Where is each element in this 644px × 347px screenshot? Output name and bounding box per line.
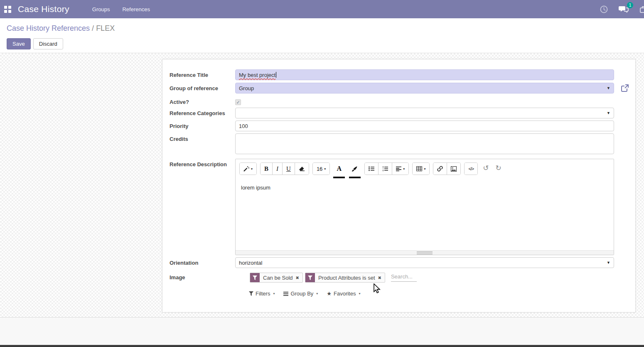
search-bar: Can be Sold ✖ Product Attributes is set … <box>250 273 614 283</box>
apps-menu-icon[interactable] <box>4 6 11 13</box>
insert-link-button[interactable] <box>433 163 447 175</box>
search-facet[interactable]: Can be Sold ✖ <box>250 273 303 283</box>
eraser-button[interactable] <box>295 163 309 175</box>
group-by-label: Group By <box>290 290 313 297</box>
form-card: Reference Title My best project Group of… <box>162 59 636 313</box>
grip-icon <box>417 251 433 254</box>
breadcrumb: Case History References / FLEX <box>7 24 637 33</box>
partial-edge-icon[interactable] <box>639 5 644 13</box>
ordered-list-button[interactable] <box>378 163 392 175</box>
save-button[interactable]: Save <box>7 38 31 49</box>
nav-item-groups[interactable]: Groups <box>92 6 110 12</box>
chevron-down-icon: ▼ <box>607 111 610 115</box>
group-of-reference-value: Group <box>239 85 254 91</box>
page-footer <box>0 317 644 345</box>
editor-toolbar: ▾ B I U 16 <box>236 159 614 179</box>
caret-down-icon: ▾ <box>273 292 275 295</box>
facet-label: Product Attributes is set <box>318 275 375 281</box>
code-view-button[interactable]: </> <box>465 163 477 175</box>
search-menus: Filters ▾ Group By ▾ ★ Favorites ▾ <box>249 290 614 297</box>
reference-categories-label: Reference Categories <box>170 108 235 117</box>
page-header: Case History References / FLEX Save Disc… <box>0 18 644 53</box>
highlight-color-button[interactable] <box>348 162 361 175</box>
credits-label: Credits <box>170 133 235 143</box>
reference-categories-select[interactable]: ▼ <box>235 108 614 118</box>
caret-down-icon: ▾ <box>403 167 405 171</box>
breadcrumb-separator: / <box>92 24 96 32</box>
font-size-value: 16 <box>317 166 322 172</box>
activity-clock-icon[interactable] <box>600 5 608 13</box>
image-label: Image <box>170 272 235 281</box>
message-count-badge: 1 <box>627 2 633 8</box>
orientation-select[interactable]: horizontal ▼ <box>235 257 614 268</box>
chevron-down-icon: ▼ <box>607 86 610 90</box>
insert-image-button[interactable] <box>447 163 460 175</box>
priority-input[interactable] <box>235 121 614 131</box>
credits-textarea[interactable] <box>235 133 614 154</box>
reference-title-label: Reference Title <box>170 69 235 79</box>
table-button[interactable]: ▾ <box>413 163 429 175</box>
caret-down-icon: ▾ <box>424 167 425 171</box>
caret-down-icon: ▾ <box>324 167 326 171</box>
text-cursor <box>276 72 276 78</box>
messages-icon[interactable]: 1 <box>619 5 629 13</box>
bold-button[interactable]: B <box>261 163 272 175</box>
editor-resize-handle[interactable] <box>236 250 614 255</box>
content-area: Reference Title My best project Group of… <box>0 53 644 317</box>
orientation-value: horizontal <box>239 260 262 266</box>
search-facet[interactable]: Product Attributes is set ✖ <box>305 273 385 283</box>
group-by-menu-button[interactable]: Group By ▾ <box>283 290 318 297</box>
chevron-down-icon: ▼ <box>607 261 610 265</box>
breadcrumb-current: FLEX <box>96 24 115 32</box>
search-input[interactable]: Search... <box>391 273 417 282</box>
favorites-menu-button[interactable]: ★ Favorites ▾ <box>327 290 360 297</box>
nav-item-references[interactable]: References <box>122 6 150 12</box>
facet-label: Can be Sold <box>263 275 293 281</box>
favorites-label: Favorites <box>334 290 356 297</box>
active-label: Active? <box>170 98 235 106</box>
discard-button[interactable]: Discard <box>33 38 63 49</box>
underline-button[interactable]: U <box>282 163 295 175</box>
reference-title-value: My best project <box>239 72 275 78</box>
orientation-label: Orientation <box>170 257 235 267</box>
top-navbar: Case History Groups References 1 <box>0 0 644 18</box>
italic-button[interactable]: I <box>272 163 282 175</box>
priority-label: Priority <box>170 121 235 130</box>
caret-down-icon: ▾ <box>251 167 253 171</box>
star-icon: ★ <box>327 290 332 297</box>
font-color-indicator <box>333 177 345 178</box>
facet-remove-icon[interactable]: ✖ <box>378 276 381 280</box>
undo-button[interactable]: ↺ <box>481 165 490 172</box>
filter-funnel-icon <box>250 273 260 282</box>
font-color-button[interactable]: A <box>334 162 345 175</box>
rich-text-editor: ▾ B I U 16 <box>235 159 614 255</box>
caret-down-icon: ▾ <box>316 292 318 295</box>
bottom-strip <box>0 345 644 347</box>
redo-button[interactable]: ↻ <box>494 165 503 172</box>
group-of-reference-select[interactable]: Group ▼ <box>235 83 614 94</box>
caret-down-icon: ▾ <box>359 292 360 295</box>
unordered-list-button[interactable] <box>365 163 378 175</box>
filter-funnel-icon <box>305 273 315 282</box>
external-link-icon[interactable] <box>621 84 629 94</box>
active-checkbox[interactable]: ✓ <box>235 99 241 105</box>
filter-funnel-icon <box>249 291 253 296</box>
group-by-bars-icon <box>283 292 288 296</box>
highlight-color-indicator <box>349 177 361 178</box>
font-size-dropdown[interactable]: 16 ▾ <box>313 163 329 175</box>
reference-description-label: Reference Description <box>170 159 235 168</box>
style-magic-wand-button[interactable]: ▾ <box>240 163 256 175</box>
filters-label: Filters <box>256 290 270 297</box>
align-button[interactable]: ▾ <box>392 163 408 175</box>
editor-content[interactable]: lorem ipsum <box>236 179 614 250</box>
app-title: Case History <box>18 4 69 14</box>
reference-title-input[interactable]: My best project <box>235 69 614 80</box>
facet-remove-icon[interactable]: ✖ <box>296 276 299 280</box>
breadcrumb-parent-link[interactable]: Case History References <box>7 24 90 32</box>
group-of-reference-label: Group of reference <box>170 83 235 92</box>
checkmark-icon: ✓ <box>236 100 240 105</box>
filters-menu-button[interactable]: Filters ▾ <box>249 290 275 297</box>
